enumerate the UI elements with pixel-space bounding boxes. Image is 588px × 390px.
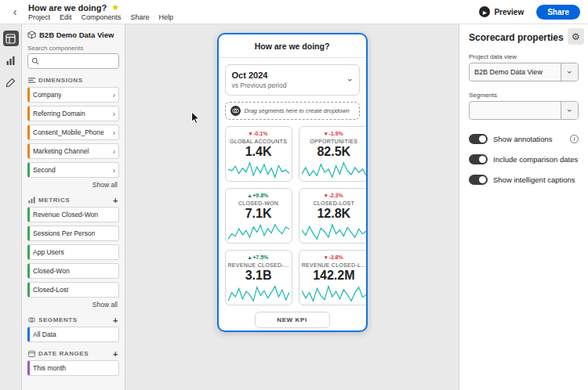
segments-icon [28,316,35,323]
metric-item[interactable]: Closed-Lost [27,282,119,298]
kpi-tile-closed-lost[interactable]: ▾ -2.3% CLOSED-LOST 12.8K [299,188,368,244]
segments-header: Segments + [28,316,118,323]
dimensions-title: Dimensions [38,77,83,84]
menu-edit[interactable]: Edit [60,13,72,21]
show-intelligent-captions-toggle[interactable] [469,175,488,185]
metric-label: Revenue Closed-Won [33,211,98,218]
dimension-label: Consent_Mobile_Phone [33,128,104,136]
metrics-show-all[interactable]: Show all [29,301,118,309]
properties-heading: Scorecard properties [469,32,579,43]
metric-label: Closed-Won [33,267,70,275]
back-button[interactable]: ‹ [8,5,22,19]
select-chevron-button[interactable]: › [561,63,578,81]
dimensions-show-all[interactable]: Show all [29,181,118,189]
chevron-down-icon[interactable]: › [346,78,355,81]
kpi-sparkline [228,223,289,240]
dimensions-header: Dimensions [28,77,118,84]
dimension-label: Company [33,91,61,99]
metric-label: Sessions Per Person [33,229,95,237]
date-range-picker[interactable]: Oct 2024 vs Previous period › [225,64,360,96]
add-metric-button[interactable]: + [113,197,118,204]
data-view-selector[interactable]: B2B Demo Data View [27,31,119,39]
chevron-right-icon[interactable]: › [113,166,115,175]
project-data-view-select[interactable]: B2B Demo Data View › [469,63,579,81]
visualizations-panel-icon[interactable] [3,52,19,68]
segments-title: Segments [38,316,78,323]
kpi-tile-closed-won[interactable]: ▴ +9.8% CLOSED-WON 7.1K [225,188,292,244]
metric-item[interactable]: Sessions Per Person [27,226,119,241]
kpi-grid: ▾ -0.1% GLOBAL ACCOUNTS 1.4K ▾ -1.9% OPP… [225,126,360,305]
add-segment-button[interactable]: + [113,317,118,323]
segments-select-label: Segments [469,92,579,99]
metrics-header: Metrics + [28,197,118,204]
kpi-label: REVENUE CLOSED-L... [302,262,366,268]
metric-item[interactable]: Revenue Closed-Won [27,207,119,222]
add-date-range-button[interactable]: + [113,351,118,357]
dimension-item[interactable]: Company › [27,87,119,103]
dimension-item[interactable]: Referring Domain › [27,106,119,121]
kpi-value: 7.1K [228,207,289,221]
segments-select-value [470,102,561,119]
segment-dropzone[interactable]: Drag segments here to create dropdown [225,102,360,120]
menu-components[interactable]: Components [82,13,122,21]
segment-icon [230,106,241,116]
info-icon[interactable]: i [570,135,579,143]
new-kpi-button[interactable]: NEW KPI [255,312,330,328]
search-input[interactable] [42,57,112,65]
menu-project[interactable]: Project [28,13,50,21]
calendar-icon [28,350,35,357]
show-annotations-toggle[interactable] [469,134,488,144]
menu-share[interactable]: Share [131,13,150,21]
kpi-tile-global-accounts[interactable]: ▾ -0.1% GLOBAL ACCOUNTS 1.4K [225,126,292,182]
metric-item[interactable]: App Users [27,244,119,260]
chevron-down-icon: › [564,109,574,112]
toggle-label: Show intelligent captions [493,175,575,184]
kpi-value: 1.4K [228,145,289,159]
scorecard-title[interactable]: How are we doing? [219,34,366,58]
kpi-value: 12.8K [302,207,366,221]
share-button[interactable]: Share [536,5,580,20]
kpi-tile-revenue-closed-won[interactable]: ▴ +7.5% REVENUE CLOSED-... 3.1B [225,250,292,305]
dimension-item[interactable]: Consent_Mobile_Phone › [27,125,119,140]
favorite-star-icon[interactable]: ★ [111,2,119,13]
scorecard-phone-preview[interactable]: How are we doing? Oct 2024 vs Previous p… [217,33,368,332]
menu-help[interactable]: Help [159,13,174,21]
date-ranges-title: Date Ranges [38,350,89,357]
segments-select[interactable]: › [469,101,579,120]
chevron-right-icon[interactable]: › [113,128,115,137]
include-comparison-dates-toggle[interactable] [469,154,488,164]
project-data-view-value: B2B Demo Data View [470,63,561,81]
date-range-item[interactable]: This month [27,360,119,376]
preview-button[interactable]: ▶ Preview [473,4,530,20]
kpi-sparkline [228,285,289,302]
kpi-tile-opportunities[interactable]: ▾ -1.9% OPPORTUNITIES 82.5K [299,126,368,182]
metric-label: App Users [33,248,64,256]
top-bar: ‹ How are we doing? ★ Project Edit Compo… [0,0,588,24]
styling-panel-icon[interactable] [3,74,19,90]
dimension-label: Second [33,166,56,174]
toggle-label: Include comparison dates [493,155,578,164]
kpi-tile-revenue-closed-lost[interactable]: ▾ -3.8% REVENUE CLOSED-L... 142.2M [299,250,368,305]
play-icon: ▶ [479,6,490,17]
dimension-item[interactable]: Second › [27,162,119,178]
chevron-right-icon[interactable]: › [113,110,115,118]
chevron-right-icon[interactable]: › [113,91,115,99]
segment-label: All Data [33,330,56,338]
segment-item[interactable]: All Data [27,327,119,342]
search-box[interactable] [27,53,119,69]
chevron-right-icon[interactable]: › [113,147,115,156]
search-icon [31,57,39,65]
date-range-label: This month [33,364,66,372]
metric-item[interactable]: Closed-Won [27,263,119,279]
kpi-delta: ▾ -1.9% [302,131,366,137]
preview-label: Preview [494,8,524,16]
date-ranges-header: Date Ranges + [28,350,118,357]
settings-gear-icon[interactable]: ⚙ [568,28,584,45]
select-chevron-button[interactable]: › [561,102,578,119]
search-components-label: Search components [27,45,119,52]
kpi-sparkline [228,161,289,179]
components-panel-icon[interactable] [3,31,19,46]
scorecard-builder-app: ‹ How are we doing? ★ Project Edit Compo… [0,0,588,390]
dimension-item[interactable]: Marketing Channel › [27,143,119,159]
kpi-delta: ▴ +7.5% [228,255,289,261]
